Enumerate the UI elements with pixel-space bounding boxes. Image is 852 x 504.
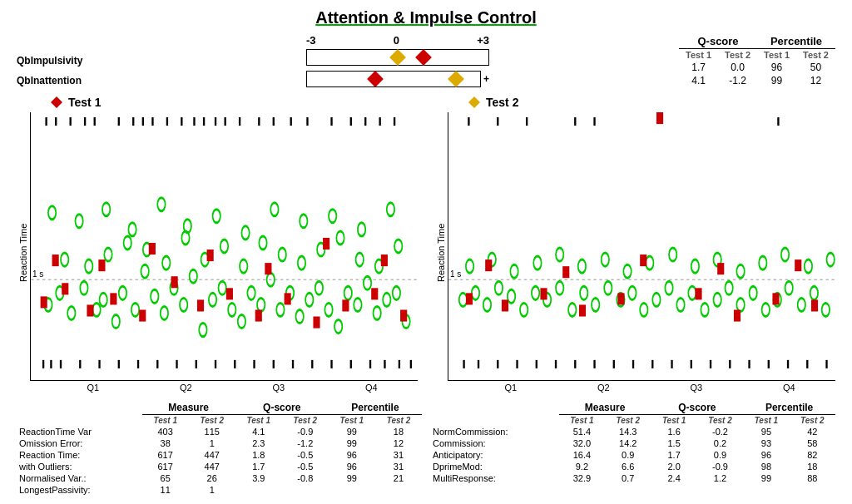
q-test1-header: Test 1 (679, 49, 718, 62)
chart1-q1: Q1 (87, 383, 99, 393)
right-data-table: Measure Q-score Percentile Test 1 Test 2… (430, 401, 835, 484)
p2-val: 42 (790, 426, 835, 437)
svg-point-187 (714, 293, 721, 306)
svg-rect-4 (70, 117, 72, 126)
m2-val: 14.3 (605, 426, 651, 437)
svg-point-58 (141, 264, 149, 278)
svg-rect-14 (203, 117, 205, 126)
svg-point-69 (247, 286, 255, 299)
svg-rect-216 (540, 288, 547, 299)
svg-rect-158 (691, 360, 692, 368)
left-data-table: Measure Q-score Percentile Test 1 Test 2… (17, 401, 422, 496)
svg-point-209 (736, 264, 744, 278)
svg-rect-35 (176, 360, 177, 368)
m1-val: 65 (142, 472, 189, 484)
svg-rect-219 (656, 112, 663, 124)
svg-rect-141 (497, 117, 498, 126)
q1-val (235, 484, 282, 496)
svg-point-88 (104, 248, 111, 261)
svg-rect-225 (562, 266, 569, 278)
table-row: Omission Error: 38 1 2.3 -1.2 99 12 (17, 437, 422, 449)
svg-marker-0 (51, 96, 62, 108)
svg-point-62 (180, 298, 187, 311)
m2-val: 0.7 (605, 472, 651, 484)
svg-rect-18 (258, 117, 260, 126)
q2-val: 0.0 (718, 61, 757, 74)
p2-val: 82 (790, 449, 835, 461)
svg-rect-11 (166, 117, 168, 126)
svg-point-81 (364, 276, 371, 289)
svg-rect-119 (87, 304, 93, 316)
table-row: Commission: 32.0 14.2 1.5 0.2 93 58 (430, 437, 835, 449)
table-row: Anticipatory: 16.4 0.9 1.7 0.9 96 82 (430, 449, 835, 461)
svg-point-196 (822, 303, 830, 316)
q2-val: -1.2 (282, 437, 329, 449)
svg-rect-132 (98, 259, 105, 271)
right-measure-header: Measure (559, 401, 651, 415)
m1-val: 617 (142, 461, 189, 472)
svg-point-177 (592, 298, 599, 311)
p1-val: 96 (329, 461, 375, 472)
svg-point-207 (691, 259, 699, 273)
svg-rect-154 (613, 360, 615, 368)
right-p-test1: Test 1 (743, 415, 789, 427)
svg-rect-15 (215, 117, 216, 126)
q1-val: 3.9 (235, 472, 282, 484)
svg-point-100 (336, 231, 344, 245)
svg-point-201 (556, 248, 563, 261)
m2-val: 447 (189, 461, 235, 472)
svg-point-112 (270, 203, 278, 216)
svg-point-171 (520, 303, 528, 316)
q2-val: -0.2 (697, 426, 743, 437)
svg-point-82 (374, 306, 381, 319)
m2-val: 447 (189, 449, 235, 461)
svg-rect-8 (132, 117, 134, 126)
svg-point-56 (119, 286, 126, 299)
svg-point-80 (354, 298, 361, 311)
svg-point-181 (640, 303, 647, 316)
svg-point-101 (356, 253, 364, 266)
q1-val: 1.6 (651, 426, 696, 437)
left-p-test2: Test 2 (375, 415, 422, 427)
m2-val: 1 (189, 484, 235, 496)
inattention-scale-row: + (306, 70, 489, 88)
svg-rect-227 (717, 263, 724, 274)
score-table-row: 1.7 0.0 96 50 (679, 61, 835, 74)
row-label: DprimeMod: (430, 461, 559, 472)
svg-point-190 (750, 286, 757, 299)
right-m-test2: Test 2 (605, 415, 651, 427)
svg-point-86 (61, 253, 68, 266)
chart1-q2: Q2 (180, 383, 192, 393)
chart2-svg (448, 112, 835, 380)
scale-zero: 0 (394, 34, 399, 47)
svg-point-54 (100, 293, 107, 306)
svg-rect-47 (399, 360, 400, 368)
svg-point-194 (798, 298, 805, 311)
svg-rect-121 (139, 309, 146, 321)
svg-rect-31 (98, 360, 100, 368)
svg-rect-134 (207, 250, 214, 261)
svg-point-83 (383, 293, 390, 306)
p2-val: 12 (796, 74, 835, 87)
svg-point-98 (298, 256, 305, 269)
q-test2-header: Test 2 (718, 49, 757, 62)
svg-rect-21 (306, 117, 308, 126)
svg-rect-34 (156, 360, 158, 368)
right-table-container: Measure Q-score Percentile Test 1 Test 2… (430, 401, 835, 496)
svg-point-195 (810, 286, 818, 299)
svg-rect-42 (311, 360, 313, 368)
scale-bar-container: + (306, 48, 489, 88)
svg-rect-125 (255, 309, 262, 321)
svg-point-66 (219, 281, 226, 294)
svg-point-168 (483, 298, 491, 311)
svg-point-197 (466, 259, 473, 273)
title-section: Attention & Impulse Control (17, 8, 835, 27)
m2-val: 6.6 (605, 461, 651, 472)
m2-val: 0.9 (605, 449, 651, 461)
chart1-title: Test 1 (50, 96, 418, 109)
right-percentile-header: Percentile (743, 401, 835, 415)
svg-rect-147 (478, 360, 479, 368)
svg-point-189 (736, 298, 744, 311)
p-test1-header: Test 1 (757, 49, 796, 62)
chart1-q4: Q4 (365, 383, 378, 393)
